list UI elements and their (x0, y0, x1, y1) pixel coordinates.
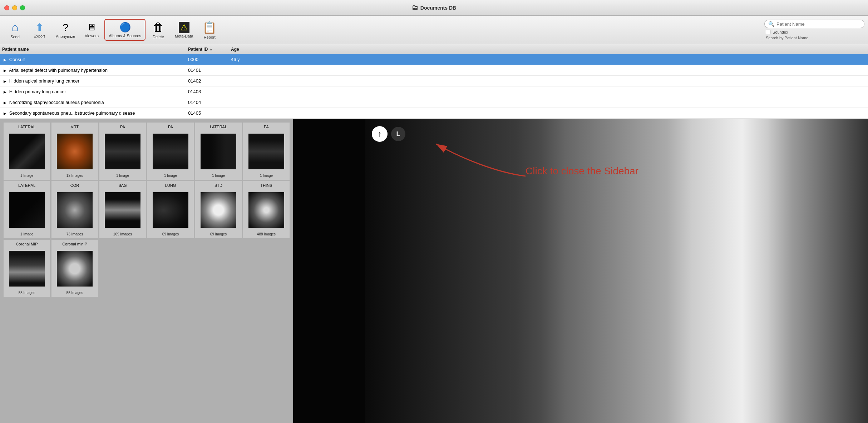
thumb-sublabel: 55 Images (66, 291, 83, 295)
thumb-image (201, 192, 236, 228)
patient-id-cell: 01401 (186, 68, 229, 73)
thumbnail-item[interactable]: PA1 Image (243, 123, 290, 180)
patient-name-cell: ▶ Consult (0, 57, 186, 62)
thumbnail-item[interactable]: Coronal minIP55 Images (51, 240, 98, 297)
viewers-label: Viewers (85, 34, 99, 38)
search-box[interactable]: 🔍 (764, 20, 864, 28)
row-expand-icon: ▶ (4, 79, 6, 83)
thumb-sublabel: 53 Images (19, 291, 35, 295)
report-button[interactable]: 📋 Report (198, 19, 221, 41)
thumb-image (9, 134, 45, 169)
thumb-sublabel: 109 Images (113, 232, 132, 236)
folder-icon: 🗂 (412, 4, 418, 11)
thumb-image (153, 134, 188, 169)
row-expand-icon: ▶ (4, 111, 6, 115)
export-label: Export (34, 34, 45, 38)
thumbnail-item[interactable]: STD69 Images (195, 181, 242, 238)
thumb-label: STD (214, 183, 222, 188)
thumb-label: LATERAL (18, 125, 35, 129)
minimize-button[interactable] (12, 5, 17, 10)
thumbnail-item[interactable]: PA1 Image (147, 123, 194, 180)
patient-table: Patient name Patient ID ▲ Age ▶ Consult … (0, 44, 868, 119)
thumb-image (57, 251, 93, 287)
export-button[interactable]: ⬆ Export (28, 19, 51, 40)
thumb-sublabel: 69 Images (210, 232, 227, 236)
search-icon: 🔍 (768, 21, 774, 27)
search-input[interactable] (776, 21, 855, 27)
thumbnail-item[interactable]: THINS488 Images (243, 181, 290, 238)
patient-id-cell: 01405 (186, 110, 229, 116)
thumbnail-item[interactable]: VRT12 Images (51, 123, 98, 180)
thumb-sublabel: 1 Image (20, 174, 33, 178)
anonymize-icon: ? (63, 21, 69, 34)
bottom-area: LATERAL1 ImageVRT12 ImagesPA1 ImagePA1 I… (0, 119, 868, 423)
thumb-image (248, 134, 284, 169)
thumb-image (57, 134, 93, 169)
row-expand-icon: ▶ (4, 58, 6, 62)
delete-label: Delete (153, 35, 164, 39)
xray-viewer: ↑ L Click to close the Sidebar (293, 119, 868, 423)
thumbnail-item[interactable]: Coronal MIP53 Images (4, 240, 50, 297)
thumb-label: PA (120, 125, 125, 129)
patient-id-cell: 01403 (186, 89, 229, 94)
viewers-button[interactable]: 🖥 Viewers (80, 20, 103, 40)
table-row[interactable]: ▶ Secondary spontaneous pneu...bstructiv… (0, 108, 868, 119)
col-header-age: Age (229, 47, 257, 52)
thumb-image (201, 134, 236, 169)
row-expand-icon: ▶ (4, 90, 6, 94)
viewers-icon: 🖥 (87, 22, 96, 33)
meta-data-button[interactable]: ⚠ Meta-Data (171, 20, 197, 40)
albums-label: Albums & Sources (109, 34, 141, 38)
soundex-row: Soundex (764, 30, 788, 34)
send-label: Send (10, 35, 20, 39)
sort-arrow-icon: ▲ (209, 47, 213, 51)
thumb-image (57, 192, 93, 228)
thumb-image (105, 192, 140, 228)
table-row[interactable]: ▶ Hidden primary lung cancer 01403 (0, 86, 868, 97)
metadata-icon: ⚠ (179, 22, 189, 33)
main-content: Patient name Patient ID ▲ Age ▶ Consult … (0, 44, 868, 423)
thumb-sublabel: 69 Images (162, 232, 179, 236)
thumb-label: PA (168, 125, 173, 129)
thumb-sublabel: 1 Image (20, 232, 33, 236)
thumb-sublabel: 1 Image (164, 174, 177, 178)
thumbnail-item[interactable]: LATERAL1 Image (4, 181, 50, 238)
table-row[interactable]: ▶ Consult 0000 46 y (0, 54, 868, 65)
maximize-button[interactable] (20, 5, 25, 10)
thumbnail-item[interactable]: LUNG69 Images (147, 181, 194, 238)
table-row[interactable]: ▶ Atrial septal defect with pulmonary hy… (0, 65, 868, 76)
albums-sources-button[interactable]: 🔵 Albums & Sources (104, 19, 145, 41)
col-header-name: Patient name (0, 47, 186, 52)
close-button[interactable] (4, 5, 9, 10)
table-row[interactable]: ▶ Necrotizing staphyloccocal aureus pneu… (0, 97, 868, 108)
thumbnail-item[interactable]: SAG109 Images (99, 181, 146, 238)
thumb-image (248, 192, 284, 228)
xray-content: ↑ L (293, 119, 868, 423)
patient-age-cell: 46 y (229, 57, 257, 62)
thumb-image (9, 192, 45, 228)
thumb-sublabel: 1 Image (212, 174, 225, 178)
thumb-label: COR (70, 183, 79, 188)
thumbnail-item[interactable]: LATERAL1 Image (195, 123, 242, 180)
delete-button[interactable]: 🗑 Delete (147, 19, 170, 41)
patient-id-cell: 0000 (186, 57, 229, 62)
thumb-label: THINS (261, 183, 272, 188)
thumb-image (9, 251, 45, 287)
table-row[interactable]: ▶ Hidden apical primary lung cancer 0140… (0, 76, 868, 86)
window-title: 🗂 Documents DB (412, 4, 456, 11)
patient-name-cell: ▶ Hidden apical primary lung cancer (0, 78, 186, 84)
thumbnail-item[interactable]: LATERAL1 Image (4, 123, 50, 180)
thumbnail-item[interactable]: PA1 Image (99, 123, 146, 180)
patient-name-cell: ▶ Hidden primary lung cancer (0, 89, 186, 94)
search-by-label: Search by Patient Name (764, 36, 808, 40)
thumb-label: PA (264, 125, 269, 129)
thumb-label: SAG (118, 183, 127, 188)
thumb-sublabel: 1 Image (116, 174, 129, 178)
thumb-label: LATERAL (210, 125, 227, 129)
xray-main-image: ↑ L (365, 119, 868, 423)
soundex-checkbox[interactable] (766, 30, 770, 34)
send-button[interactable]: ⌂ Send (4, 19, 26, 41)
thumbnail-item[interactable]: COR73 Images (51, 181, 98, 238)
anonymize-button[interactable]: ? Anonymize (52, 19, 79, 41)
thumb-label: LATERAL (18, 183, 35, 188)
